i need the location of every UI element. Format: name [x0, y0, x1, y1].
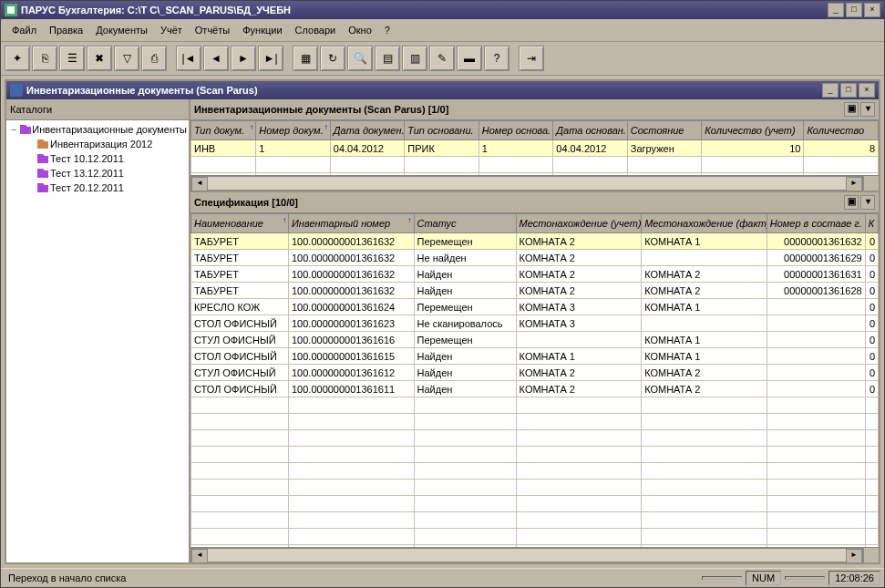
grid2[interactable]: Наименование↑Инвентарный номер↑СтатусМес… [190, 213, 879, 547]
column-header[interactable]: Количество (учет) [702, 121, 804, 140]
cell[interactable]: 10 [702, 140, 804, 157]
cell[interactable] [642, 250, 767, 266]
close-button[interactable]: × [864, 3, 880, 17]
cell[interactable]: 0 [865, 365, 878, 381]
cell[interactable]: КОМНАТА 2 [642, 381, 767, 397]
table-row[interactable]: ТАБУРЕТ100.000000001361632НайденКОМНАТА … [191, 283, 879, 299]
column-header[interactable]: Номер докум.↑ [256, 121, 331, 140]
first-button[interactable]: |◄ [176, 46, 201, 71]
cell[interactable]: КОМНАТА 2 [642, 266, 767, 283]
cell[interactable]: 0 [865, 299, 878, 315]
cell[interactable]: СТОЛ ОФИСНЫЙ [191, 315, 289, 332]
menu-документы[interactable]: Документы [90, 23, 153, 37]
cell[interactable]: КОМНАТА 1 [642, 348, 767, 365]
cell[interactable]: Перемещен [414, 332, 516, 348]
column-header[interactable]: Номер основа. [479, 121, 553, 140]
cell[interactable]: 100.000000001361632 [288, 233, 414, 250]
table-row[interactable]: ТАБУРЕТ100.000000001361632НайденКОМНАТА … [191, 266, 879, 283]
cell[interactable]: КРЕСЛО КОЖ [191, 299, 289, 315]
cell[interactable]: КОМНАТА 2 [516, 266, 642, 283]
cell[interactable]: 8 [804, 140, 879, 157]
cell[interactable]: 100.000000001361612 [288, 365, 414, 381]
cell[interactable]: КОМНАТА 3 [516, 299, 642, 315]
last-button[interactable]: ►| [258, 46, 283, 71]
table-row[interactable]: СТУЛ ОФИСНЫЙ100.000000001361612НайденКОМ… [191, 365, 879, 381]
scroll-left-icon[interactable]: ◄ [191, 549, 208, 563]
copy-button[interactable]: ⎘ [32, 46, 57, 71]
minimize-button[interactable]: _ [828, 3, 844, 17]
find-button[interactable]: 🔍 [347, 46, 373, 71]
cell[interactable]: 0 [865, 250, 878, 266]
cell[interactable]: КОМНАТА 1 [642, 332, 767, 348]
table-row[interactable]: КРЕСЛО КОЖ100.000000001361624ПеремещенКО… [191, 299, 879, 315]
catalog-button[interactable]: ▤ [375, 46, 400, 71]
cell[interactable]: Найден [414, 283, 516, 299]
cell[interactable]: Найден [414, 266, 516, 283]
cell[interactable]: СТОЛ ОФИСНЫЙ [191, 381, 289, 397]
cell[interactable]: ТАБУРЕТ [191, 250, 289, 266]
column-header[interactable]: К [865, 214, 878, 233]
column-header[interactable]: Местонахождение (учет) [516, 214, 642, 233]
column-header[interactable]: Тип основани. [405, 121, 479, 140]
cell[interactable] [767, 365, 865, 381]
cell[interactable]: КОМНАТА 2 [516, 365, 642, 381]
column-header[interactable]: Наименование↑ [191, 214, 289, 233]
cell[interactable] [767, 348, 865, 365]
menu-?[interactable]: ? [379, 23, 396, 37]
child-close-button[interactable]: × [859, 83, 875, 98]
new-doc-button[interactable]: ✦ [5, 46, 30, 71]
cell[interactable]: СТОЛ ОФИСНЫЙ [191, 348, 289, 365]
help-button[interactable]: ? [484, 46, 509, 71]
props-button[interactable]: ☰ [59, 46, 85, 71]
next-button[interactable]: ► [231, 46, 256, 71]
cell[interactable]: ТАБУРЕТ [191, 283, 289, 299]
table-row[interactable]: ИНВ104.04.2012ПРИК104.04.2012Загружен108 [191, 140, 879, 157]
grid2-hscroll[interactable]: ◄► [190, 547, 879, 562]
tree[interactable]: −Инвентаризационные документыИнвентариза… [6, 120, 189, 562]
cell[interactable] [767, 299, 865, 315]
cell[interactable]: 100.000000001361632 [288, 283, 414, 299]
cell[interactable]: 1 [479, 140, 553, 157]
cell[interactable]: 100.000000001361616 [288, 332, 414, 348]
cell[interactable]: 0 [865, 266, 878, 283]
maximize-button[interactable]: □ [846, 3, 862, 17]
cell[interactable]: ТАБУРЕТ [191, 266, 289, 283]
grid1-hscroll[interactable]: ◄► [190, 175, 879, 191]
cell[interactable]: 1 [256, 140, 331, 157]
cell[interactable]: 100.000000001361624 [288, 299, 414, 315]
delete-button[interactable]: ✖ [87, 46, 112, 71]
child-maximize-button[interactable]: □ [840, 83, 857, 98]
print-button[interactable]: ⎙ [141, 46, 167, 71]
cell[interactable]: КОМНАТА 2 [516, 381, 642, 397]
column-header[interactable]: Дата докумен. [330, 121, 405, 140]
table-row[interactable]: СТОЛ ОФИСНЫЙ100.000000001361615НайденКОМ… [191, 348, 879, 365]
column-header[interactable]: Статус [414, 214, 516, 233]
prev-button[interactable]: ◄ [203, 46, 229, 71]
cell[interactable]: СТУЛ ОФИСНЫЙ [191, 332, 289, 348]
scroll-right-icon[interactable]: ► [846, 177, 862, 191]
column-header[interactable]: Дата основан. [553, 121, 628, 140]
column-header[interactable]: Тип докум.↑ [191, 121, 256, 140]
table-row[interactable]: СТУЛ ОФИСНЫЙ100.000000001361616Перемещен… [191, 332, 879, 348]
grid1[interactable]: Тип докум.↑Номер докум.↑Дата докумен.Тип… [190, 120, 879, 175]
cell[interactable]: 100.000000001361632 [288, 250, 414, 266]
cell[interactable]: Не сканировалось [414, 315, 516, 332]
menu-файл[interactable]: Файл [6, 23, 42, 37]
menu-правка[interactable]: Правка [44, 23, 88, 37]
cell[interactable] [767, 332, 865, 348]
cell[interactable]: 0 [865, 381, 878, 397]
cell[interactable]: КОМНАТА 1 [642, 299, 767, 315]
cell[interactable]: 00000001361628 [767, 283, 865, 299]
child-minimize-button[interactable]: _ [822, 83, 839, 98]
cell[interactable]: Найден [414, 381, 516, 397]
column-header[interactable]: Номер в составе г. [767, 214, 865, 233]
child-titlebar[interactable]: Инвентаризационные документы (Scan Parus… [6, 81, 879, 99]
cell[interactable]: ТАБУРЕТ [191, 233, 289, 250]
tree-item[interactable]: Тест 20.12.2011 [8, 181, 187, 195]
label-button[interactable]: ▬ [457, 46, 482, 71]
tree-item[interactable]: Инвентаризация 2012 [8, 137, 187, 151]
menu-учёт[interactable]: Учёт [155, 23, 188, 37]
menu-окно[interactable]: Окно [343, 23, 377, 37]
cell[interactable]: КОМНАТА 2 [516, 233, 642, 250]
cell[interactable]: КОМНАТА 1 [642, 233, 767, 250]
